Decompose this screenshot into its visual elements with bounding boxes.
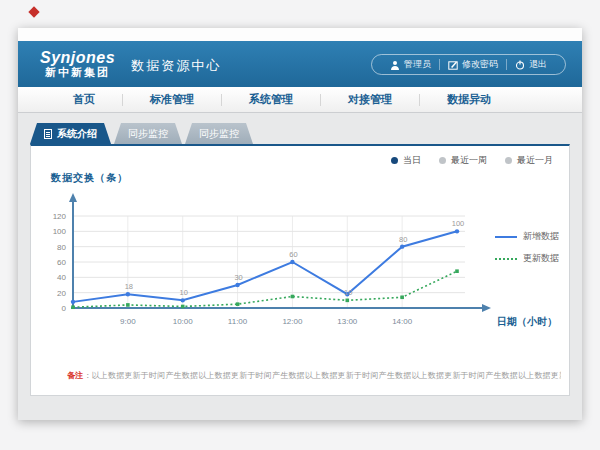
data-point <box>291 295 295 299</box>
x-tick-label: 9:00 <box>120 317 136 326</box>
brand-mark <box>28 6 39 17</box>
edit-icon <box>448 60 458 70</box>
series-legend: 新增数据 更新数据 <box>495 230 559 265</box>
data-point-label: 60 <box>289 250 297 259</box>
x-tick-label: 14:00 <box>392 317 413 326</box>
tab-sync-monitor-1[interactable]: 同步监控 <box>114 123 182 144</box>
data-point <box>290 260 294 264</box>
y-tick-label: 100 <box>53 227 67 236</box>
y-tick-label: 40 <box>57 273 66 282</box>
x-axis-arrow-icon <box>482 304 491 312</box>
line-chart: 0204060801001209:0010:0011:0012:0013:001… <box>39 188 559 338</box>
tab-label: 同步监控 <box>128 123 168 144</box>
nav-item-home[interactable]: 首页 <box>46 92 122 107</box>
app-window: Synjones 新中新集团 数据资源中心 管理员 修改密码 退出 首页 标准管… <box>18 28 582 420</box>
logo-text-en: Synjones <box>40 50 115 67</box>
tab-label: 同步监控 <box>199 123 239 144</box>
y-tick-label: 60 <box>57 258 66 267</box>
admin-button[interactable]: 管理员 <box>382 58 439 71</box>
x-tick-label: 11:00 <box>228 317 248 326</box>
data-point <box>236 302 240 306</box>
content-area: 系统介绍 同步监控 同步监控 当日 最近一周 <box>18 113 582 420</box>
filter-label: 最近一月 <box>517 154 553 167</box>
data-point <box>181 298 185 302</box>
change-password-label: 修改密码 <box>462 58 498 71</box>
filter-last-month[interactable]: 最近一月 <box>505 154 553 167</box>
x-tick-label: 12:00 <box>282 317 303 326</box>
legend-updated-data[interactable]: 更新数据 <box>495 252 559 265</box>
y-axis-title: 数据交换（条） <box>51 171 128 185</box>
data-point <box>400 244 404 248</box>
series-label: 新增数据 <box>523 230 559 243</box>
x-axis-title: 日期（小时） <box>497 316 557 327</box>
filter-today[interactable]: 当日 <box>391 154 421 167</box>
page-title: 数据资源中心 <box>131 57 221 75</box>
data-point-label: 80 <box>399 235 407 244</box>
x-tick-label: 13:00 <box>337 317 358 326</box>
green-line-swatch-icon <box>495 258 517 260</box>
data-point-label: 10 <box>180 288 188 297</box>
nav-item-standard-mgmt[interactable]: 标准管理 <box>123 92 221 107</box>
data-point-label: 100 <box>452 219 465 228</box>
y-tick-label: 120 <box>53 212 67 221</box>
data-point <box>71 300 75 304</box>
series-label: 更新数据 <box>523 252 559 265</box>
data-point-label: 18 <box>125 282 133 291</box>
tab-label: 系统介绍 <box>57 123 97 144</box>
y-tick-label: 20 <box>57 289 66 298</box>
tab-sync-monitor-2[interactable]: 同步监控 <box>185 123 253 144</box>
nav-item-interface-mgmt[interactable]: 对接管理 <box>321 92 419 107</box>
nav-item-data-change[interactable]: 数据异动 <box>420 92 518 107</box>
radio-dot-icon <box>391 157 398 164</box>
data-point <box>181 305 185 309</box>
y-tick-label: 80 <box>57 243 66 252</box>
data-point <box>71 305 75 309</box>
logo-text-cn: 新中新集团 <box>45 67 110 79</box>
legend-new-data[interactable]: 新增数据 <box>495 230 559 243</box>
data-point-label: 10 <box>344 288 352 297</box>
data-point <box>126 303 130 307</box>
document-icon <box>44 129 52 139</box>
admin-label: 管理员 <box>404 58 431 71</box>
data-point <box>400 295 404 299</box>
filter-label: 最近一周 <box>451 154 487 167</box>
footnote: 备注：以上数据更新于时间产生数据以上数据更新于时间产生数据以上数据更新于时间产生… <box>67 370 561 381</box>
data-point <box>455 269 459 273</box>
x-tick-label: 10:00 <box>173 317 194 326</box>
change-password-button[interactable]: 修改密码 <box>440 58 506 71</box>
company-logo: Synjones 新中新集团 <box>40 50 115 78</box>
data-point <box>455 229 459 233</box>
blue-line-swatch-icon <box>495 236 517 238</box>
main-nav: 首页 标准管理 系统管理 对接管理 数据异动 <box>18 87 582 113</box>
y-tick-label: 0 <box>62 304 67 313</box>
data-point <box>235 283 239 287</box>
data-point-label: 30 <box>234 273 242 282</box>
app-header: Synjones 新中新集团 数据资源中心 管理员 修改密码 退出 <box>18 41 582 87</box>
user-icon <box>390 60 400 70</box>
window-top-strip <box>18 28 582 41</box>
power-icon <box>515 60 525 70</box>
tab-bar: 系统介绍 同步监控 同步监控 <box>30 123 582 144</box>
data-point <box>126 292 130 296</box>
logout-button[interactable]: 退出 <box>507 58 555 71</box>
user-controls: 管理员 修改密码 退出 <box>371 54 566 75</box>
time-range-filter: 当日 最近一周 最近一月 <box>391 154 553 167</box>
filter-last-week[interactable]: 最近一周 <box>439 154 487 167</box>
radio-dot-icon <box>439 157 446 164</box>
tab-system-intro[interactable]: 系统介绍 <box>30 123 111 144</box>
radio-dot-icon <box>505 157 512 164</box>
footnote-prefix: 备注 <box>67 371 83 380</box>
filter-label: 当日 <box>403 154 421 167</box>
data-point <box>345 299 349 303</box>
footnote-text: ：以上数据更新于时间产生数据以上数据更新于时间产生数据以上数据更新于时间产生数据… <box>83 371 561 380</box>
nav-item-system-mgmt[interactable]: 系统管理 <box>222 92 320 107</box>
y-axis-arrow-icon <box>69 193 77 202</box>
logout-label: 退出 <box>529 58 547 71</box>
chart-panel: 当日 最近一周 最近一月 数据交换（条） 0204060801001209:00… <box>30 144 570 396</box>
